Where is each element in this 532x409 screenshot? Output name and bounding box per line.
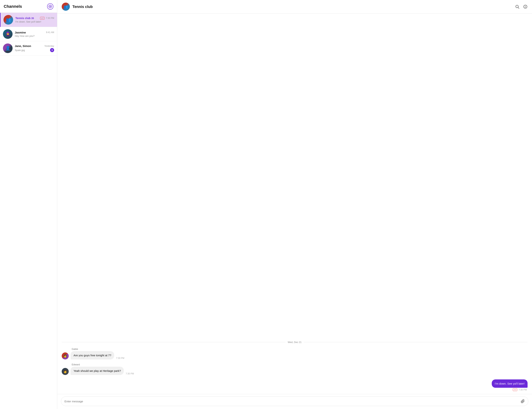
avatar-gabie	[62, 353, 69, 359]
channel-list: Tennis club35 ✓✓ 7:30 PM I'm down. See y…	[0, 13, 57, 409]
svg-line-4	[518, 8, 519, 9]
date-line-right	[304, 342, 528, 342]
chat-header: Tennis club	[57, 0, 532, 13]
channel-item-tennis-club[interactable]: Tennis club35 ✓✓ 7:30 PM I'm down. See y…	[0, 13, 57, 27]
message-row-gabie: Are you guys free tonight at 7? 7:30 PM	[62, 351, 124, 359]
input-box	[61, 396, 528, 406]
add-channel-button[interactable]	[47, 3, 53, 9]
input-area	[57, 394, 532, 409]
message-time-edward: 7:30 PM	[126, 372, 134, 375]
channel-name-row-jasmine: Jasmine 9:41 AM	[15, 31, 54, 34]
message-row-edward: Yeah should we play at Heritage park? 7:…	[62, 367, 134, 375]
read-receipt-box-chat: ✓✓	[513, 388, 517, 391]
messages-area: Wed, Dec 21 Gabie Are you guys free toni…	[57, 13, 532, 394]
message-meta-me: ✓✓ 7:30 PM	[513, 388, 528, 391]
message-group-me: I'm down. See ya'll later! ✓✓ 7:30 PM	[57, 378, 532, 392]
channel-preview-row-jane-simon: Spain.jpg 9	[15, 48, 54, 52]
message-time-gabie: 7:30 PM	[116, 357, 124, 359]
message-input[interactable]	[64, 400, 521, 403]
date-divider: Wed, Dec 21	[57, 338, 532, 346]
channel-item-jasmine[interactable]: Jasmine 9:41 AM Hey How are you?	[0, 27, 57, 41]
sidebar-title: Channels	[4, 4, 22, 9]
date-line-left	[62, 342, 286, 342]
channel-item-jane-simon[interactable]: Jane, Simon Yesterday Spain.jpg 9	[0, 41, 57, 56]
avatar-jasmine	[3, 29, 13, 39]
channel-info-jasmine: Jasmine 9:41 AM Hey How are you?	[15, 31, 54, 37]
channel-info-tennis-club: Tennis club35 ✓✓ 7:30 PM I'm down. See y…	[15, 17, 54, 23]
bubble-me: I'm down. See ya'll later!	[492, 379, 528, 388]
sender-label-edward: Edward	[72, 363, 80, 366]
message-group-gabie: Gabie Are you guys free tonight at 7? 7:…	[57, 346, 532, 361]
bubble-edward: Yeah should we play at Heritage park?	[71, 367, 124, 375]
avatar-tennis-club	[3, 15, 13, 25]
channel-preview-row-jasmine: Hey How are you?	[15, 35, 54, 37]
message-content-me: I'm down. See ya'll later!	[492, 379, 528, 388]
avatar-jane-simon	[3, 43, 13, 53]
message-group-edward: Edward Yeah should we play at Heritage p…	[57, 362, 532, 376]
attach-button[interactable]	[521, 399, 525, 403]
chat-header-title: Tennis club	[72, 5, 513, 9]
double-check-icon-chat: ✓✓	[514, 389, 516, 391]
channel-preview-row: I'm down. See ya'll later!	[15, 20, 54, 23]
info-button[interactable]	[523, 4, 528, 9]
message-row-me: I'm down. See ya'll later!	[492, 379, 528, 388]
search-button[interactable]	[515, 4, 519, 9]
avatar-edward	[62, 368, 69, 375]
channel-name-tennis: Tennis club35	[15, 17, 34, 20]
sender-label-gabie: Gabie	[72, 348, 78, 350]
main-chat: Tennis club Wed, Dec 21	[57, 0, 532, 409]
channel-name-row-jane-simon: Jane, Simon Yesterday	[15, 44, 54, 47]
messages-spacer	[57, 13, 532, 338]
read-receipt-box-sidebar: ✓✓	[40, 17, 45, 20]
bubble-gabie: Are you guys free tonight at 7?	[71, 351, 114, 359]
message-content-gabie: Are you guys free tonight at 7?	[71, 351, 114, 359]
message-content-edward: Yeah should we play at Heritage park?	[71, 367, 124, 375]
header-icons	[515, 4, 528, 9]
channel-name-row: Tennis club35 ✓✓ 7:30 PM	[15, 17, 54, 20]
date-label: Wed, Dec 21	[288, 341, 302, 344]
chat-header-avatar	[62, 3, 70, 11]
message-time-me: 7:30 PM	[519, 389, 527, 391]
channel-time-tennis: ✓✓ 7:30 PM	[40, 17, 54, 20]
sidebar-header: Channels	[0, 0, 57, 13]
channel-info-jane-simon: Jane, Simon Yesterday Spain.jpg 9	[15, 44, 54, 52]
double-check-icon-sidebar: ✓✓	[41, 17, 44, 19]
sidebar: Channels Tennis club35 ✓✓	[0, 0, 57, 409]
unread-badge-jane-simon: 9	[50, 48, 54, 52]
